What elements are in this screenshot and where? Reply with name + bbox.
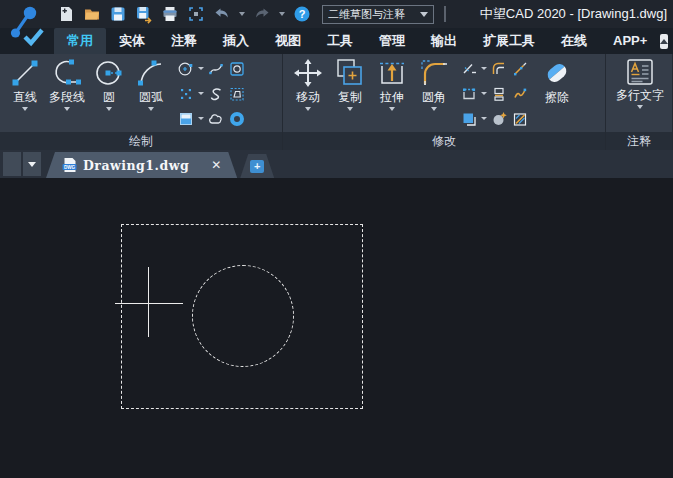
spline-cv-icon — [207, 85, 225, 103]
chevron-down-icon — [481, 67, 487, 70]
edit-polyline-button[interactable] — [511, 81, 529, 106]
open-file-button[interactable] — [80, 3, 104, 25]
ellipse-button[interactable] — [177, 56, 204, 81]
chevron-down-icon — [148, 107, 154, 111]
plot-preview-button[interactable] — [184, 3, 208, 25]
ribbon-tab-annotate[interactable]: 注释 — [158, 28, 210, 54]
redo-button[interactable] — [250, 3, 274, 25]
polyline-button[interactable]: 多段线 — [46, 56, 88, 111]
ribbon-tab-tools[interactable]: 工具 — [314, 28, 366, 54]
ribbon-tab-app[interactable]: APP+ — [600, 28, 660, 54]
point-icon — [177, 85, 195, 103]
ribbon-tab-manage[interactable]: 管理 — [366, 28, 418, 54]
workspace-selector[interactable]: 二维草图与注释 — [322, 5, 434, 24]
ribbon-tab-view[interactable]: 视图 — [262, 28, 314, 54]
redo-icon — [252, 4, 272, 24]
edit-hatch-button[interactable] — [511, 106, 529, 131]
offset-button[interactable] — [490, 56, 508, 81]
plus-icon: + — [250, 160, 264, 173]
circle-button[interactable]: 圆 — [88, 56, 130, 111]
fillet-icon — [418, 57, 450, 89]
redo-dropdown-caret[interactable] — [279, 12, 285, 16]
array-button[interactable] — [460, 106, 487, 131]
circle-icon — [93, 57, 125, 89]
erase-button[interactable]: 擦除 — [536, 56, 578, 104]
stretch-button[interactable]: 拉伸 — [371, 56, 413, 111]
undo-dropdown-caret[interactable] — [239, 12, 245, 16]
revision-cloud-icon — [207, 110, 225, 128]
fillet-button[interactable]: 圆角 — [413, 56, 455, 111]
crosshair-cursor-horizontal — [115, 303, 183, 304]
spline-cv-button[interactable] — [207, 81, 225, 106]
selected-circle[interactable] — [192, 265, 294, 367]
donut-icon — [228, 110, 246, 128]
gradient-button[interactable] — [177, 106, 204, 131]
trim-button[interactable] — [460, 56, 487, 81]
polyline-icon — [50, 57, 84, 89]
doc-tab-scroll-box[interactable] — [3, 152, 21, 176]
ribbon-tab-insert[interactable]: 插入 — [210, 28, 262, 54]
print-button[interactable] — [158, 3, 182, 25]
chevron-down-icon — [305, 107, 311, 111]
move-icon — [292, 57, 324, 89]
erase-icon — [541, 57, 573, 89]
doc-tab-list-button[interactable] — [23, 152, 41, 176]
spline-button[interactable] — [207, 56, 225, 81]
donut-button[interactable] — [228, 106, 246, 131]
ribbon-tab-online[interactable]: 在线 — [548, 28, 600, 54]
new-file-icon — [56, 4, 76, 24]
point-button[interactable] — [177, 81, 204, 106]
titlebar-divider — [444, 6, 446, 22]
ribbon-collapse-button[interactable] — [660, 34, 668, 49]
explode-icon — [490, 110, 508, 128]
line-button[interactable]: 直线 — [4, 56, 46, 111]
chevron-down-icon — [347, 107, 353, 111]
extend-button[interactable] — [511, 56, 529, 81]
ribbon-tab-home[interactable]: 常用 — [54, 28, 106, 54]
help-button[interactable]: ? — [290, 3, 314, 25]
explode-button[interactable] — [490, 106, 508, 131]
revision-cloud-button[interactable] — [207, 106, 225, 131]
workspace-selector-value: 二维草图与注释 — [328, 7, 420, 22]
scale-button[interactable] — [460, 81, 487, 106]
chevron-down-icon — [198, 92, 204, 95]
offset-icon — [490, 60, 508, 78]
align-icon — [490, 85, 508, 103]
undo-button[interactable] — [210, 3, 234, 25]
ribbon-tab-express[interactable]: 扩展工具 — [470, 28, 548, 54]
ribbon-tab-output[interactable]: 输出 — [418, 28, 470, 54]
chevron-down-icon — [420, 12, 428, 17]
copy-icon — [334, 57, 366, 89]
dwg-file-icon: DWG — [62, 157, 77, 173]
align-button[interactable] — [490, 81, 508, 106]
move-button[interactable]: 移动 — [287, 56, 329, 111]
mtext-button[interactable]: 多行文字 — [613, 56, 667, 109]
modify-small-tools — [460, 56, 529, 131]
close-icon[interactable]: ✕ — [211, 159, 221, 171]
region-button[interactable] — [228, 56, 246, 81]
panel-annotation: 多行文字 注释 — [606, 54, 673, 150]
copy-button[interactable]: 复制 — [329, 56, 371, 111]
document-tab-bar: DWG Drawing1.dwg ✕ + — [0, 150, 673, 178]
scale-icon — [460, 85, 478, 103]
ribbon-tab-solid[interactable]: 实体 — [106, 28, 158, 54]
save-button[interactable] — [106, 3, 130, 25]
trim-icon — [460, 60, 478, 78]
edit-hatch-icon — [511, 110, 529, 128]
panel-label-draw[interactable]: 绘制 — [0, 132, 282, 150]
doc-tab-label: Drawing1.dwg — [83, 158, 189, 173]
panel-label-modify[interactable]: 修改 — [283, 132, 605, 150]
plot-preview-icon — [186, 4, 206, 24]
drawing-canvas[interactable] — [0, 178, 673, 478]
spline-icon — [207, 60, 225, 78]
new-file-button[interactable] — [54, 3, 78, 25]
hatch-button[interactable] — [228, 81, 246, 106]
save-as-button[interactable] — [132, 3, 156, 25]
extend-icon — [511, 60, 529, 78]
zwcad-logo-icon[interactable] — [4, 1, 48, 53]
array-icon — [460, 110, 478, 128]
panel-label-annotation[interactable]: 注释 — [606, 132, 672, 150]
arc-button[interactable]: 圆弧 — [130, 56, 172, 111]
doc-tab-drawing1[interactable]: DWG Drawing1.dwg ✕ — [46, 152, 237, 178]
new-doc-tab-button[interactable]: + — [240, 154, 274, 178]
